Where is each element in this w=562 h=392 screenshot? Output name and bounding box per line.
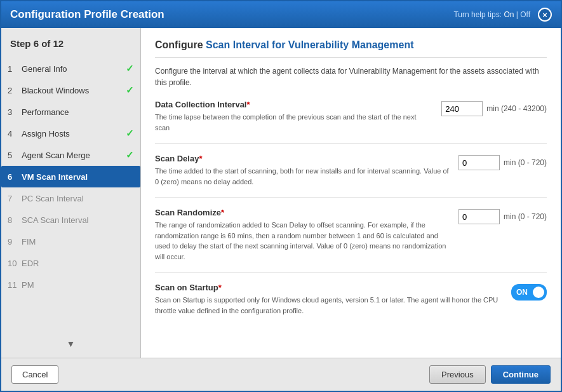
footer-right: Previous Continue xyxy=(429,365,551,384)
field-row-scan_on_startup: Scan on Startup*Scan on Startup is suppo… xyxy=(155,283,547,316)
sidebar: Step 6 of 12 1General Info✓2Blackout Win… xyxy=(1,28,141,358)
input-data_collection[interactable] xyxy=(441,101,483,116)
field-desc-scan_randomize: The range of randomization added to Scan… xyxy=(155,220,450,262)
sidebar-item-blackout-windows[interactable]: 2Blackout Windows✓ xyxy=(1,79,140,101)
step-label-8: FIM xyxy=(22,237,134,247)
step-num-2: 3 xyxy=(8,107,22,117)
sidebar-item-pc-scan-interval[interactable]: 7PC Scan Interval xyxy=(1,187,140,209)
unit-data_collection: min (240 - 43200) xyxy=(486,104,547,113)
step-label-1: Blackout Windows xyxy=(22,86,123,95)
step-label-6: PC Scan Interval xyxy=(22,194,134,203)
input-scan_randomize[interactable] xyxy=(458,209,500,224)
input-scan_delay[interactable] xyxy=(458,155,500,170)
step-num-1: 2 xyxy=(8,86,22,95)
field-label-data_collection: Data Collection Interval* xyxy=(155,100,432,109)
help-tips: Turn help tips: On | Off xyxy=(453,10,530,19)
sidebar-item-agent-scan-merge[interactable]: 5Agent Scan Merge✓ xyxy=(1,144,140,166)
field-label-scan_delay: Scan Delay* xyxy=(155,154,450,163)
required-marker-data_collection: * xyxy=(246,100,250,109)
sidebar-item-sca-scan-interval[interactable]: 8SCA Scan Interval xyxy=(1,209,140,231)
step-label-7: SCA Scan Interval xyxy=(22,215,134,225)
required-marker-scan_delay: * xyxy=(199,154,202,163)
check-icon-3: ✓ xyxy=(126,128,134,139)
footer: Cancel Previous Continue xyxy=(1,358,561,391)
sidebar-item-fim[interactable]: 9FIM xyxy=(1,231,140,252)
sidebar-scroll: 1General Info✓2Blackout Windows✓3Perform… xyxy=(1,58,140,336)
toggle-text-scan_on_startup: ON xyxy=(516,288,528,297)
field-control-scan_on_startup: ON xyxy=(511,284,547,301)
help-off-link[interactable]: Off xyxy=(520,10,530,19)
sidebar-item-general-info[interactable]: 1General Info✓ xyxy=(1,58,140,79)
step-label-0: General Info xyxy=(22,64,123,74)
step-num-5: 6 xyxy=(8,172,22,182)
field-row-scan_randomize: Scan Randomize*The range of randomizatio… xyxy=(155,208,547,262)
unit-scan_randomize: min (0 - 720) xyxy=(504,212,547,221)
required-marker-scan_on_startup: * xyxy=(218,283,222,292)
field-info-data_collection: Data Collection Interval*The time lapse … xyxy=(155,100,432,133)
field-control-scan_delay: min (0 - 720) xyxy=(458,155,547,170)
check-icon-1: ✓ xyxy=(126,84,134,96)
step-label-10: PM xyxy=(22,280,134,290)
sidebar-item-assign-hosts[interactable]: 4Assign Hosts✓ xyxy=(1,123,140,144)
field-desc-scan_delay: The time added to the start of scanning,… xyxy=(155,166,450,187)
sidebar-item-performance[interactable]: 3Performance xyxy=(1,101,140,123)
field-row-scan_delay: Scan Delay*The time added to the start o… xyxy=(155,154,547,187)
check-icon-4: ✓ xyxy=(126,149,134,161)
field-row-data_collection: Data Collection Interval*The time lapse … xyxy=(155,100,547,133)
step-label-4: Agent Scan Merge xyxy=(22,151,123,160)
step-num-0: 1 xyxy=(8,64,22,74)
step-label-9: EDR xyxy=(22,259,134,268)
field-section-scan_randomize: Scan Randomize*The range of randomizatio… xyxy=(155,208,547,273)
step-num-3: 4 xyxy=(8,129,22,139)
configuration-window: Configuration Profile Creation Turn help… xyxy=(0,0,562,392)
field-desc-scan_on_startup: Scan on Startup is supported only for Wi… xyxy=(155,295,502,316)
page-title-highlight: Scan Interval for Vulnerability Manageme… xyxy=(206,39,414,50)
help-on-link[interactable]: On xyxy=(504,10,514,19)
field-desc-data_collection: The time lapse between the completion of… xyxy=(155,112,432,133)
scroll-down-arrow[interactable]: ▼ xyxy=(1,336,140,351)
field-info-scan_on_startup: Scan on Startup*Scan on Startup is suppo… xyxy=(155,283,502,316)
fields-container: Data Collection Interval*The time lapse … xyxy=(155,100,547,326)
field-control-data_collection: min (240 - 43200) xyxy=(441,101,547,116)
step-num-8: 9 xyxy=(8,237,22,247)
cancel-button[interactable]: Cancel xyxy=(11,365,58,384)
main-panel: Configure Scan Interval for Vulnerabilit… xyxy=(141,28,561,358)
field-info-scan_randomize: Scan Randomize*The range of randomizatio… xyxy=(155,208,450,262)
toggle-scan_on_startup[interactable]: ON xyxy=(511,284,547,301)
sidebar-item-pm[interactable]: 11PM xyxy=(1,274,140,295)
field-control-scan_randomize: min (0 - 720) xyxy=(458,209,547,224)
window-title: Configuration Profile Creation xyxy=(10,8,164,21)
unit-scan_delay: min (0 - 720) xyxy=(504,158,547,167)
header-right: Turn help tips: On | Off × xyxy=(453,8,552,22)
body: Step 6 of 12 1General Info✓2Blackout Win… xyxy=(1,28,561,358)
field-label-scan_on_startup: Scan on Startup* xyxy=(155,283,502,292)
sidebar-item-edr[interactable]: 10EDR xyxy=(1,252,140,274)
step-num-9: 10 xyxy=(8,259,22,268)
toggle-knob-scan_on_startup xyxy=(533,287,544,298)
sidebar-item-vm-scan-interval[interactable]: 6VM Scan Interval xyxy=(1,166,140,187)
field-section-data_collection: Data Collection Interval*The time lapse … xyxy=(155,100,547,144)
step-label-5: VM Scan Interval xyxy=(22,172,134,182)
page-title: Configure Scan Interval for Vulnerabilit… xyxy=(155,39,547,58)
field-info-scan_delay: Scan Delay*The time added to the start o… xyxy=(155,154,450,187)
header: Configuration Profile Creation Turn help… xyxy=(1,1,561,28)
close-button[interactable]: × xyxy=(538,8,552,22)
page-description: Configure the interval at which the agen… xyxy=(155,65,547,88)
step-label-3: Assign Hosts xyxy=(22,129,123,139)
main-content: Configure Scan Interval for Vulnerabilit… xyxy=(141,28,561,358)
step-label-2: Performance xyxy=(22,107,134,117)
previous-button[interactable]: Previous xyxy=(429,365,486,384)
step-title: Step 6 of 12 xyxy=(1,34,140,58)
field-section-scan_on_startup: Scan on Startup*Scan on Startup is suppo… xyxy=(155,283,547,326)
required-marker-scan_randomize: * xyxy=(221,208,224,217)
help-label: Turn help tips: xyxy=(453,10,502,19)
check-icon-0: ✓ xyxy=(126,63,134,74)
field-section-scan_delay: Scan Delay*The time added to the start o… xyxy=(155,154,547,198)
step-num-4: 5 xyxy=(8,151,22,160)
step-num-6: 7 xyxy=(8,194,22,203)
field-label-scan_randomize: Scan Randomize* xyxy=(155,208,450,217)
step-num-10: 11 xyxy=(8,280,22,290)
step-num-7: 8 xyxy=(8,215,22,225)
continue-button[interactable]: Continue xyxy=(491,365,551,384)
